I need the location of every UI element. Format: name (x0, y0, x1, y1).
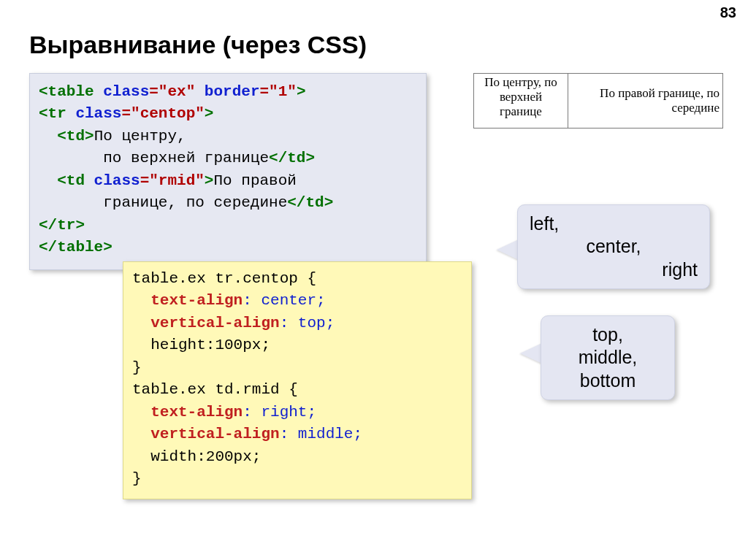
code: <tr (39, 105, 66, 122)
example-cell-right-middle: По правой границе, по середине (568, 74, 723, 129)
code: </td> (269, 150, 315, 166)
code: ="1" (259, 83, 296, 100)
code: </td> (287, 194, 333, 211)
callout-line: top, (553, 323, 663, 346)
code: > (205, 105, 214, 122)
css-code-block: table.ex tr.centop { text-align: center;… (123, 261, 472, 499)
code: text-align (132, 404, 243, 421)
code: ="centop" (121, 105, 204, 122)
code: > (205, 172, 214, 189)
callout-line: middle, (553, 346, 663, 369)
callout-tail (497, 239, 519, 260)
code: ="ex" (149, 83, 195, 100)
code: table.ex td.rmid { (132, 381, 298, 398)
callout-line: left, (530, 212, 698, 235)
callout-line: right (530, 258, 698, 281)
code: <table (39, 83, 94, 100)
code: width:200px; (132, 448, 261, 465)
code: class (66, 105, 122, 122)
code: > (297, 83, 306, 100)
html-code-block: <table class="ex" border="1"> <tr class=… (29, 73, 427, 270)
page-number: 83 (720, 4, 736, 21)
callout-line: bottom (553, 369, 663, 392)
slide-title: Выравнивание (через CSS) (29, 31, 367, 59)
callout-line: center, (530, 235, 698, 258)
code: </table> (39, 239, 112, 256)
callout-text-align-values: left, center, right (517, 204, 710, 289)
code: class (85, 172, 140, 189)
code: : center; (243, 292, 325, 309)
code: : middle; (280, 426, 362, 442)
code: <td (39, 172, 85, 189)
code: по верхней границе (39, 150, 269, 166)
code: vertical-align (132, 315, 280, 331)
callout-tail (520, 343, 542, 364)
code: text-align (132, 292, 243, 309)
code: ="rmid" (140, 172, 205, 189)
example-cell-center-top: По центру, по верхней границе (474, 74, 568, 129)
code: </tr> (39, 217, 85, 234)
code: По правой (213, 172, 296, 189)
table-row: По центру, по верхней границе По правой … (474, 74, 723, 129)
code: границе, по середине (39, 194, 287, 211)
code: : top; (280, 315, 335, 331)
code: } (132, 359, 142, 376)
code: } (132, 470, 142, 487)
callout-vertical-align-values: top, middle, bottom (541, 315, 675, 400)
code: table.ex tr.centop { (132, 270, 316, 287)
code: <td> (39, 128, 94, 145)
code: height:100px; (132, 337, 270, 353)
code: : right; (243, 404, 316, 421)
code: vertical-align (132, 426, 280, 442)
code: По центру, (94, 128, 186, 145)
example-table: По центру, по верхней границе По правой … (473, 73, 723, 129)
code: class (94, 83, 150, 100)
code: border (195, 83, 259, 100)
